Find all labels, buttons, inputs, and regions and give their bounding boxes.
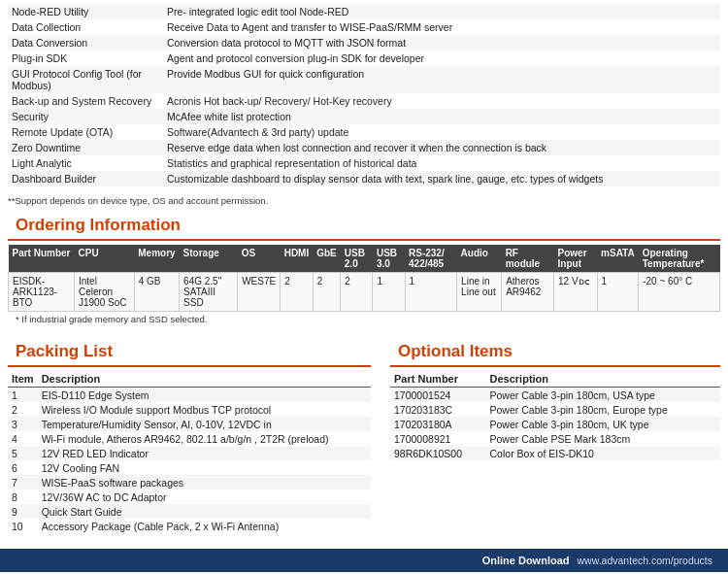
- ordering-col-header: HDMI: [281, 245, 314, 273]
- optional-col-header: Description: [486, 371, 720, 388]
- packing-title: Packing List: [8, 338, 371, 367]
- table-row: Dashboard BuilderCustomizable dashboard …: [8, 171, 720, 186]
- list-item: 1700008921Power Cable PSE Mark 183cm: [390, 431, 720, 446]
- feature-desc: McAfee white list protection: [163, 109, 720, 124]
- ordering-cell: EISDK-ARK1123-BTO: [9, 273, 75, 312]
- packing-item-num: 3: [8, 417, 38, 431]
- list-item: 7WISE-PaaS software packages: [8, 475, 371, 490]
- ordering-col-header: CPU: [75, 245, 135, 273]
- packing-item-num: 8: [8, 490, 38, 504]
- ordering-col-header: Memory: [134, 245, 179, 273]
- packing-item-num: 5: [8, 446, 38, 460]
- ordering-col-header: Power Input: [554, 245, 598, 273]
- optional-table: Part NumberDescription 1700001524Power C…: [390, 371, 720, 460]
- packing-item-desc: Accessory Package (Cable Pack, 2 x Wi-Fi…: [38, 519, 371, 533]
- feature-name: Back-up and System Recovery: [8, 93, 163, 109]
- ordering-cell: 1: [597, 273, 639, 312]
- feature-desc: Provide Modbus GUI for quick configurati…: [163, 66, 720, 93]
- list-item: 10Accessory Package (Cable Pack, 2 x Wi-…: [8, 519, 371, 533]
- two-col-section: Packing List ItemDescription 1EIS-D110 E…: [0, 338, 728, 541]
- optional-part-num: 170203180A: [390, 417, 486, 431]
- support-note: **Support depends on device type, OS and…: [0, 192, 728, 212]
- optional-desc: Color Box of EIS-DK10: [486, 446, 720, 460]
- table-row: Back-up and System RecoveryAcronis Hot b…: [8, 93, 720, 109]
- ordering-cell: 2: [281, 273, 314, 312]
- packing-item-desc: Temperature/Humidity Sensor, AI, 0-10V, …: [38, 417, 371, 431]
- packing-col-header: Item: [8, 371, 38, 388]
- feature-name: Data Collection: [8, 19, 163, 35]
- list-item: 98R6DK10S00Color Box of EIS-DK10: [390, 446, 720, 460]
- feature-name: Light Analytic: [8, 155, 163, 171]
- feature-desc: Agent and protocol conversion plug-in SD…: [163, 51, 720, 66]
- packing-item-num: 6: [8, 460, 38, 475]
- ordering-cell: 12 Vᴅᴄ: [554, 273, 598, 312]
- list-item: 512V RED LED Indicator: [8, 446, 371, 460]
- table-row: GUI Protocol Config Tool (for Modbus)Pro…: [8, 66, 720, 93]
- ordering-col-header: GbE: [313, 245, 341, 273]
- packing-item-desc: 12V RED LED Indicator: [38, 446, 371, 460]
- ordering-cell: Atheros AR9462: [502, 273, 554, 312]
- list-item: 170203180APower Cable 3-pin 180cm, UK ty…: [390, 417, 720, 431]
- packing-item-desc: Wi-Fi module, Atheros AR9462, 802.11 a/b…: [38, 431, 371, 446]
- feature-name: GUI Protocol Config Tool (for Modbus): [8, 66, 163, 93]
- table-row: Remote Update (OTA)Software(Advantech & …: [8, 124, 720, 140]
- feature-name: Dashboard Builder: [8, 171, 163, 186]
- ordering-title: Ordering Information: [8, 212, 720, 241]
- ordering-col-header: USB 3.0: [373, 245, 405, 273]
- packing-item-desc: EIS-D110 Edge System: [38, 388, 371, 403]
- packing-item-num: 7: [8, 475, 38, 490]
- optional-part-num: 98R6DK10S00: [390, 446, 486, 460]
- ordering-cell: 4 GB: [134, 273, 179, 312]
- list-item: 4Wi-Fi module, Atheros AR9462, 802.11 a/…: [8, 431, 371, 446]
- optional-section: Optional Items Part NumberDescription 17…: [390, 338, 720, 533]
- ordering-col-header: USB 2.0: [341, 245, 373, 273]
- feature-desc: Conversion data protocol to MQTT with JS…: [163, 35, 720, 51]
- ordering-cell: 2: [313, 273, 341, 312]
- ordering-section: Ordering Information Part NumberCPUMemor…: [0, 212, 728, 338]
- feature-desc: Acronis Hot back-up/ Recovery/ Hot-Key r…: [163, 93, 720, 109]
- optional-col-header: Part Number: [390, 371, 486, 388]
- optional-desc: Power Cable 3-pin 180cm, UK type: [486, 417, 720, 431]
- list-item: 170203183CPower Cable 3-pin 180cm, Europ…: [390, 402, 720, 417]
- feature-desc: Receive Data to Agent and transfer to WI…: [163, 19, 720, 35]
- ordering-cell: 64G 2.5" SATAIII SSD: [180, 273, 238, 312]
- feature-name: Plug-in SDK: [8, 51, 163, 66]
- table-row: Data ConversionConversion data protocol …: [8, 35, 720, 51]
- list-item: 1700001524Power Cable 3-pin 180cm, USA t…: [390, 388, 720, 403]
- feature-desc: Pre- integrated logic edit tool Node-RED: [163, 4, 720, 19]
- packing-item-num: 2: [8, 402, 38, 417]
- packing-item-desc: 12V/36W AC to DC Adaptor: [38, 490, 371, 504]
- ordering-cell: WES7E: [238, 273, 281, 312]
- ordering-col-header: OS: [238, 245, 281, 273]
- optional-desc: Power Cable 3-pin 180cm, USA type: [486, 388, 720, 403]
- feature-name: Security: [8, 109, 163, 124]
- ordering-cell: -20 ~ 60° C: [639, 273, 720, 312]
- ordering-cell: Intel Celeron J1900 SoC: [75, 273, 135, 312]
- ordering-col-header: RF module: [502, 245, 554, 273]
- packing-col-header: Description: [38, 371, 371, 388]
- list-item: 2Wireless I/O Module support Modbus TCP …: [8, 402, 371, 417]
- table-row: Light AnalyticStatistics and graphical r…: [8, 155, 720, 171]
- list-item: 3Temperature/Humidity Sensor, AI, 0-10V,…: [8, 417, 371, 431]
- ordering-cell: 1: [405, 273, 457, 312]
- packing-item-num: 10: [8, 519, 38, 533]
- feature-desc: Software(Advantech & 3rd party) update: [163, 124, 720, 140]
- optional-part-num: 1700001524: [390, 388, 486, 403]
- packing-item-desc: 12V Cooling FAN: [38, 460, 371, 475]
- ordering-col-header: Part Number: [9, 245, 75, 273]
- feature-desc: Customizable dashboard to display sensor…: [163, 171, 720, 186]
- ordering-col-header: RS-232/ 422/485: [405, 245, 457, 273]
- ordering-col-header: Storage: [180, 245, 238, 273]
- footer-bar: Online Download www.advantech.com/produc…: [0, 549, 728, 572]
- packing-item-num: 4: [8, 431, 38, 446]
- ordering-table: Part NumberCPUMemoryStorageOSHDMIGbEUSB …: [8, 245, 720, 312]
- footer-url: www.advantech.com/products: [578, 555, 712, 566]
- ordering-col-header: mSATA: [597, 245, 639, 273]
- packing-item-desc: Quick Start Guide: [38, 504, 371, 519]
- packing-item-desc: WISE-PaaS software packages: [38, 475, 371, 490]
- optional-desc: Power Cable PSE Mark 183cm: [486, 431, 720, 446]
- list-item: 612V Cooling FAN: [8, 460, 371, 475]
- table-row: SecurityMcAfee white list protection: [8, 109, 720, 124]
- feature-desc: Statistics and graphical representation …: [163, 155, 720, 171]
- packing-table: ItemDescription 1EIS-D110 Edge System2Wi…: [8, 371, 371, 533]
